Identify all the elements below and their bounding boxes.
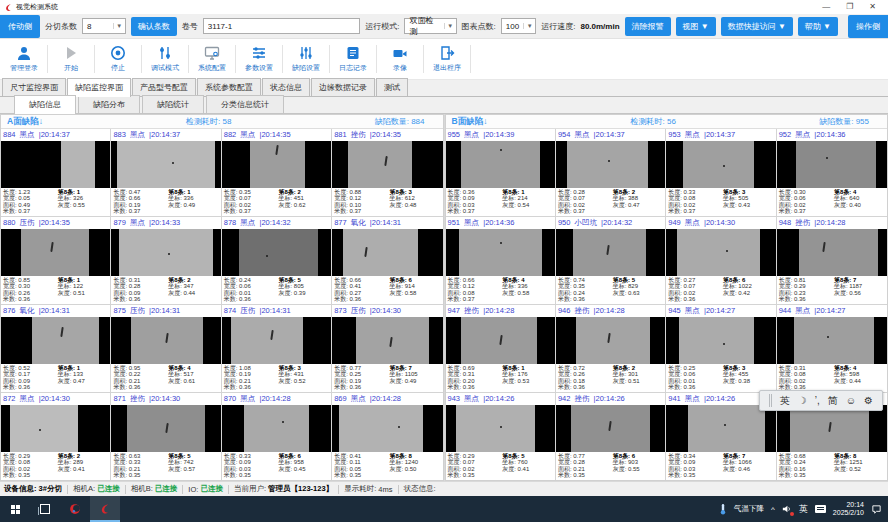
language-indicator[interactable]: 英 bbox=[799, 503, 808, 516]
defect-thumbnail[interactable] bbox=[222, 317, 331, 364]
defect-cell[interactable]: 953 黑点 |20:14:37 长度: 0.33 宽度: 0.08 面积: 0… bbox=[666, 129, 776, 217]
defect-thumbnail[interactable] bbox=[111, 405, 220, 452]
tab-product-model-config[interactable]: 产品型号配置 bbox=[132, 78, 196, 96]
panel-b-title[interactable]: B面缺陷↓ bbox=[452, 116, 488, 128]
subtab-defect-info[interactable]: 缺陷信息 bbox=[14, 95, 76, 114]
start-button[interactable] bbox=[0, 496, 30, 522]
defect-cell[interactable]: 952 黑点 |20:14:36 长度: 0.30 宽度: 0.06 面积: 0… bbox=[777, 129, 887, 217]
subtab-class-info-statistics[interactable]: 分类信息统计 bbox=[206, 95, 284, 113]
defect-cell[interactable]: 948 挫伤 |20:14:28 长度: 0.81 宽度: 0.29 面积: 0… bbox=[777, 217, 887, 305]
defect-cell[interactable]: 873 压伤 |20:14:30 长度: 0.77 宽度: 0.25 面积: 0… bbox=[332, 305, 442, 393]
subtab-defect-statistics[interactable]: 缺陷统计 bbox=[142, 95, 204, 113]
help-menu-button[interactable]: 帮助 ▼ bbox=[798, 17, 838, 36]
defect-cell[interactable]: 876 氧化 |20:14:31 长度: 0.52 宽度: 0.17 面积: 0… bbox=[1, 305, 111, 393]
roll-number-input[interactable] bbox=[203, 18, 360, 34]
taskbar-app-active[interactable] bbox=[90, 496, 120, 522]
defect-cell[interactable]: 944 黑点 |20:14:27 长度: 0.31 宽度: 0.08 面积: 0… bbox=[777, 305, 887, 393]
defect-thumbnail[interactable] bbox=[777, 229, 887, 276]
defect-cell[interactable]: 883 黑点 |20:14:37 长度: 0.47 宽度: 0.66 面积: 0… bbox=[111, 129, 221, 217]
slit-count-select[interactable]: 8 ▼ bbox=[82, 18, 126, 34]
defect-thumbnail[interactable] bbox=[556, 141, 665, 188]
operator-side-button[interactable]: 操作侧 bbox=[848, 15, 888, 38]
defect-thumbnail[interactable] bbox=[446, 141, 555, 188]
defect-cell[interactable]: 951 黑点 |20:14:36 长度: 0.66 宽度: 0.12 面积: 0… bbox=[446, 217, 556, 305]
defect-cell[interactable]: 874 压伤 |20:14:31 长度: 1.08 宽度: 0.19 面积: 0… bbox=[222, 305, 332, 393]
volume-button[interactable] bbox=[782, 504, 792, 515]
drag-handle-icon[interactable] bbox=[769, 394, 772, 407]
defect-cell[interactable]: 881 挫伤 |20:14:35 长度: 0.88 宽度: 0.12 面积: 0… bbox=[332, 129, 442, 217]
tab-edge-data-record[interactable]: 边缘数据记录 bbox=[311, 78, 375, 96]
defect-cell[interactable]: 942 挫伤 |20:14:26 长度: 0.77 宽度: 0.28 面积: 0… bbox=[556, 393, 666, 480]
defect-cell[interactable]: 869 黑点 |20:14:28 长度: 0.41 宽度: 0.11 面积: 0… bbox=[332, 393, 442, 480]
defect-thumbnail[interactable] bbox=[556, 229, 665, 276]
defect-thumbnail[interactable] bbox=[332, 141, 442, 188]
defect-thumbnail[interactable] bbox=[1, 405, 110, 452]
defect-cell[interactable]: 882 黑点 |20:14:35 长度: 0.35 宽度: 0.07 面积: 0… bbox=[222, 129, 332, 217]
defect-thumbnail[interactable] bbox=[111, 141, 220, 188]
defect-cell[interactable]: 954 黑点 |20:14:37 长度: 0.28 宽度: 0.07 面积: 0… bbox=[556, 129, 666, 217]
chart-points-select[interactable]: 100 ▼ bbox=[501, 18, 536, 34]
defect-cell[interactable]: 877 氧化 |20:14:31 长度: 0.66 宽度: 0.41 面积: 0… bbox=[332, 217, 442, 305]
login-button[interactable]: 管理登录 bbox=[2, 39, 46, 79]
view-menu-button[interactable]: 视图 ▼ bbox=[676, 17, 716, 36]
tab-system-param-config[interactable]: 系统参数配置 bbox=[197, 78, 261, 96]
defect-thumbnail[interactable] bbox=[446, 229, 555, 276]
defect-thumbnail[interactable] bbox=[556, 405, 665, 452]
exit-program-button[interactable]: 退出程序 bbox=[425, 39, 469, 79]
defect-cell[interactable]: 875 压伤 |20:14:31 长度: 0.95 宽度: 0.22 面积: 0… bbox=[111, 305, 221, 393]
defect-thumbnail[interactable] bbox=[332, 229, 442, 276]
punctuation-toggle[interactable]: ’, bbox=[815, 395, 820, 406]
defect-thumbnail[interactable] bbox=[777, 141, 887, 188]
defect-cell[interactable]: 949 黑点 |20:14:30 长度: 0.27 宽度: 0.07 面积: 0… bbox=[666, 217, 776, 305]
start-button[interactable]: 开始 bbox=[49, 39, 93, 79]
defect-thumbnail[interactable] bbox=[556, 317, 665, 364]
record-video-button[interactable]: 录像 bbox=[378, 39, 422, 79]
defect-thumbnail[interactable] bbox=[666, 229, 775, 276]
defect-thumbnail[interactable] bbox=[1, 141, 110, 188]
defect-thumbnail[interactable] bbox=[111, 317, 220, 364]
defect-thumbnail[interactable] bbox=[222, 405, 331, 452]
defect-cell[interactable]: 947 挫伤 |20:14:28 长度: 0.69 宽度: 0.31 面积: 0… bbox=[446, 305, 556, 393]
tab-defect-monitor[interactable]: 缺陷监控界面 bbox=[67, 78, 131, 97]
defect-cell[interactable]: 943 黑点 |20:14:26 长度: 0.29 宽度: 0.07 面积: 0… bbox=[446, 393, 556, 480]
defect-cell[interactable]: 946 挫伤 |20:14:28 长度: 0.72 宽度: 0.26 面积: 0… bbox=[556, 305, 666, 393]
defect-cell[interactable]: 884 黑点 |20:14:37 长度: 1.23 宽度: 0.05 面积: 0… bbox=[1, 129, 111, 217]
emoji-icon[interactable]: ☺ bbox=[846, 395, 856, 406]
system-config-button[interactable]: 系统配置 bbox=[190, 39, 234, 79]
defect-cell[interactable]: 955 黑点 |20:14:39 长度: 0.36 宽度: 0.09 面积: 0… bbox=[446, 129, 556, 217]
quick-access-menu-button[interactable]: 数据快捷访问 ▼ bbox=[721, 17, 793, 36]
defect-settings-button[interactable]: 缺陷设置 bbox=[284, 39, 328, 79]
defect-thumbnail[interactable] bbox=[446, 405, 555, 452]
defect-cell[interactable]: 879 黑点 |20:14:33 长度: 0.31 宽度: 0.28 面积: 0… bbox=[111, 217, 221, 305]
run-mode-select[interactable]: 双面检测 ▼ bbox=[404, 18, 456, 34]
tab-size-monitor[interactable]: 尺寸监控界面 bbox=[2, 78, 66, 96]
defect-cell[interactable]: 950 小凹坑 |20:14:32 长度: 0.74 宽度: 0.35 面积: … bbox=[556, 217, 666, 305]
tab-status-info[interactable]: 状态信息 bbox=[262, 78, 310, 96]
parameter-settings-button[interactable]: 参数设置 bbox=[237, 39, 281, 79]
defect-thumbnail[interactable] bbox=[777, 317, 887, 364]
defect-cell[interactable]: 872 黑点 |20:14:30 长度: 0.29 宽度: 0.08 面积: 0… bbox=[1, 393, 111, 480]
defect-cell[interactable]: 880 压伤 |20:14:35 长度: 0.85 宽度: 0.30 面积: 0… bbox=[1, 217, 111, 305]
debug-mode-button[interactable]: 调试模式 bbox=[143, 39, 187, 79]
tab-test[interactable]: 测试 bbox=[376, 78, 408, 96]
moon-icon[interactable]: ☽ bbox=[798, 395, 807, 406]
defect-thumbnail[interactable] bbox=[666, 405, 775, 452]
stop-button[interactable]: 停止 bbox=[96, 39, 140, 79]
ime-lang-toggle[interactable]: 英 bbox=[780, 394, 790, 408]
task-view-button[interactable] bbox=[30, 496, 60, 522]
clear-alarm-button[interactable]: 清除报警 bbox=[625, 17, 671, 36]
panel-a-title[interactable]: A面缺陷↓ bbox=[7, 116, 43, 128]
defect-thumbnail[interactable] bbox=[777, 405, 887, 452]
defect-cell[interactable]: 870 黑点 |20:14:28 长度: 0.33 宽度: 0.09 面积: 0… bbox=[222, 393, 332, 480]
touch-keyboard-icon[interactable] bbox=[815, 505, 826, 513]
gear-icon[interactable]: ⚙ bbox=[864, 395, 873, 406]
confirm-count-button[interactable]: 确认条数 bbox=[131, 17, 177, 36]
defect-thumbnail[interactable] bbox=[666, 141, 775, 188]
action-center-icon[interactable] bbox=[871, 504, 882, 515]
clock[interactable]: 20:14 2025/2/10 bbox=[833, 501, 864, 517]
defect-thumbnail[interactable] bbox=[222, 141, 331, 188]
close-icon[interactable]: ✕ bbox=[869, 0, 876, 14]
log-record-button[interactable]: 日志记录 bbox=[331, 39, 375, 79]
minimize-icon[interactable]: — bbox=[822, 0, 830, 14]
chevron-up-icon[interactable]: ^ bbox=[771, 505, 775, 514]
